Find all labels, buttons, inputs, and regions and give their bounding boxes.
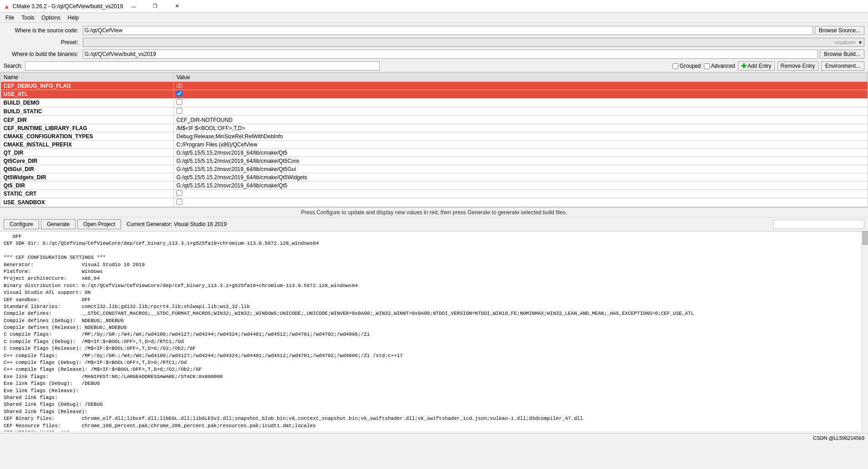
- table-cell-value[interactable]: G:/qt/5.15/5.15.2/msvc2019_64/lib/cmake/…: [174, 165, 868, 173]
- bottom-bar: CSDN @LL596214569: [0, 433, 868, 442]
- table-row[interactable]: CEF_RUNTIME_LIBRARY_FLAG/M$<IF:$<BOOL:OF…: [1, 124, 868, 132]
- table-cell-name: STATIC_CRT: [1, 190, 174, 198]
- filter-input[interactable]: [773, 220, 864, 229]
- table-checkbox[interactable]: [176, 190, 182, 196]
- table-cell-value[interactable]: CEF_DIR-NOTFOUND: [174, 116, 868, 124]
- table-row[interactable]: CEF_DEBUG_INFO_FLAG/Zi: [1, 82, 868, 90]
- app-icon: ▲: [4, 3, 10, 10]
- table-cell-value[interactable]: [174, 107, 868, 116]
- table-row[interactable]: CEF_DIRCEF_DIR-NOTFOUND: [1, 116, 868, 124]
- add-entry-label: Add Entry: [748, 63, 772, 69]
- add-entry-button[interactable]: ✚ Add Entry: [738, 61, 775, 71]
- output-line: C++ compile flags (Release): /M$<IF:$<BO…: [4, 366, 864, 373]
- menu-tools[interactable]: Tools: [18, 13, 38, 23]
- table-row[interactable]: CMAKE_INSTALL_PREFIXC:/Program Files (x8…: [1, 141, 868, 149]
- table-checkbox[interactable]: [176, 99, 182, 105]
- output-line: Compile defines (Debug): NDEBUG;_NDEBUG: [4, 318, 864, 324]
- open-project-button[interactable]: Open Project: [77, 219, 121, 229]
- menu-options[interactable]: Options: [38, 13, 64, 23]
- output-scrollbar[interactable]: [862, 231, 868, 431]
- output-line: Compile defines (Release): NDEBUG;_NDEBU…: [4, 324, 864, 331]
- grouped-checkbox[interactable]: [672, 63, 678, 69]
- output-line: Standard libraries: comctl32.lib;gdi32.l…: [4, 303, 864, 310]
- output-pane[interactable]: OFFCEF SDK dir: G:/qt/QCefView/CefViewCo…: [0, 231, 868, 431]
- table-row[interactable]: Qt5Widgets_DIRG:/qt/5.15/5.15.2/msvc2019…: [1, 173, 868, 182]
- table-row[interactable]: STATIC_CRT: [1, 190, 868, 198]
- advanced-checkbox[interactable]: [704, 63, 710, 69]
- table-header: Name Value: [1, 73, 868, 82]
- binary-input[interactable]: [83, 50, 818, 59]
- title-bar: ▲ CMake 3.26.2 - G:/qt/QCefView/build_vs…: [0, 0, 868, 13]
- output-line: CEF Binary files: chrome_elf.dll;libcef.…: [4, 415, 864, 422]
- table-cell-name: CMAKE_CONFIGURATION_TYPES: [1, 132, 174, 141]
- table-row[interactable]: USE_ATL: [1, 90, 868, 99]
- table-row[interactable]: USE_SANDBOX: [1, 198, 868, 207]
- status-bar: Press Configure to update and display ne…: [0, 207, 868, 217]
- binary-label: Where to build the binaries:: [4, 51, 81, 57]
- toolbar-right: Grouped Advanced ✚ Add Entry Remove Entr…: [672, 61, 864, 71]
- table-cell-value[interactable]: Debug;Release;MinSizeRel;RelWithDebInfo: [174, 132, 868, 141]
- table-cell-name: QT_DIR: [1, 149, 174, 157]
- table-cell-value[interactable]: /M$<IF:$<BOOL:OFF>,T,D>: [174, 124, 868, 132]
- output-line: Project architecture: x86_64: [4, 275, 864, 282]
- maximize-button[interactable]: ❐: [145, 0, 166, 13]
- preset-label: Preset:: [4, 39, 81, 45]
- advanced-label: Advanced: [711, 63, 735, 69]
- table-row[interactable]: Qt5Gui_DIRG:/qt/5.15/5.15.2/msvc2019_64/…: [1, 165, 868, 173]
- table-cell-value[interactable]: C:/Program Files (x86)/QCefView: [174, 141, 868, 149]
- table-cell-name: USE_ATL: [1, 90, 174, 99]
- minimize-button[interactable]: —: [123, 0, 144, 13]
- preset-value: <custom>: [834, 40, 856, 45]
- table-cell-value[interactable]: G:/qt/5.15/5.15.2/msvc2019_64/lib/cmake/…: [174, 157, 868, 165]
- browse-build-button[interactable]: Browse Build...: [820, 50, 864, 59]
- table-cell-value[interactable]: [174, 198, 868, 207]
- output-line: Shared link flags (Release):: [4, 408, 864, 415]
- output-line: Shared link flags (Debug): /DEBUG: [4, 401, 864, 408]
- table-cell-name: CMAKE_INSTALL_PREFIX: [1, 141, 174, 149]
- menu-file[interactable]: File: [2, 13, 18, 23]
- menu-help[interactable]: Help: [64, 13, 83, 23]
- table-cell-name: Qt5Core_DIR: [1, 157, 174, 165]
- main-area: Where is the source code: Browse Source.…: [0, 23, 868, 433]
- remove-entry-button[interactable]: Remove Entry: [778, 61, 818, 71]
- table-cell-value[interactable]: [174, 99, 868, 107]
- table-checkbox[interactable]: [176, 199, 182, 205]
- table-row[interactable]: QT_DIRG:/qt/5.15/5.15.2/msvc2019_64/lib/…: [1, 149, 868, 157]
- preset-input[interactable]: [83, 38, 864, 47]
- table-cell-value[interactable]: [174, 190, 868, 198]
- table-cell-name: Qt5Gui_DIR: [1, 165, 174, 173]
- table-checkbox[interactable]: [176, 108, 182, 114]
- source-label: Where is the source code:: [4, 27, 81, 34]
- configure-button[interactable]: Configure: [4, 219, 39, 229]
- output-line: Platform: Windows: [4, 268, 864, 275]
- close-button[interactable]: ✕: [166, 0, 187, 13]
- output-line: C compile flags (Debug): /M$<IF:$<BOOL:O…: [4, 338, 864, 345]
- action-row: Configure Generate Open Project Current …: [0, 217, 868, 231]
- generate-button[interactable]: Generate: [41, 219, 75, 229]
- table-row[interactable]: Qt5_DIRG:/qt/5.15/5.15.2/msvc2019_64/lib…: [1, 182, 868, 190]
- output-line: CEF_VERSION_MAJOR: 113: [4, 429, 864, 431]
- browse-source-button[interactable]: Browse Source...: [815, 26, 864, 35]
- table-cell-value[interactable]: G:/qt/5.15/5.15.2/msvc2019_64/lib/cmake/…: [174, 182, 868, 190]
- table-row[interactable]: Qt5Core_DIRG:/qt/5.15/5.15.2/msvc2019_64…: [1, 157, 868, 165]
- table-cell-value[interactable]: G:/qt/5.15/5.15.2/msvc2019_64/lib/cmake/…: [174, 173, 868, 182]
- environment-button[interactable]: Environment...: [821, 61, 864, 71]
- grouped-checkbox-label[interactable]: Grouped: [672, 63, 701, 69]
- col-value-header: Value: [174, 73, 868, 82]
- table-cell-value[interactable]: [174, 90, 868, 99]
- table-row[interactable]: BUILD_STATIC: [1, 107, 868, 116]
- table-cell-value[interactable]: /Zi: [174, 82, 868, 90]
- table-row[interactable]: CMAKE_CONFIGURATION_TYPESDebug;Release;M…: [1, 132, 868, 141]
- binary-row: Where to build the binaries: Browse Buil…: [0, 48, 868, 60]
- output-line: CEF Resource files: chrome_100_percent.p…: [4, 423, 864, 429]
- table-cell-value[interactable]: G:/qt/5.15/5.15.2/msvc2019_64/lib/cmake/…: [174, 149, 868, 157]
- remove-entry-label: Remove Entry: [781, 63, 815, 69]
- table-checkbox[interactable]: [176, 91, 182, 96]
- output-line: CEF sandbox: OFF: [4, 297, 864, 303]
- output-line: Visual Studio ATL support: ON: [4, 289, 864, 296]
- table-row[interactable]: BUILD_DEMO: [1, 99, 868, 107]
- source-input[interactable]: [83, 26, 813, 35]
- scrollbar-thumb[interactable]: [863, 231, 868, 245]
- search-input[interactable]: [25, 61, 380, 71]
- advanced-checkbox-label[interactable]: Advanced: [704, 63, 735, 69]
